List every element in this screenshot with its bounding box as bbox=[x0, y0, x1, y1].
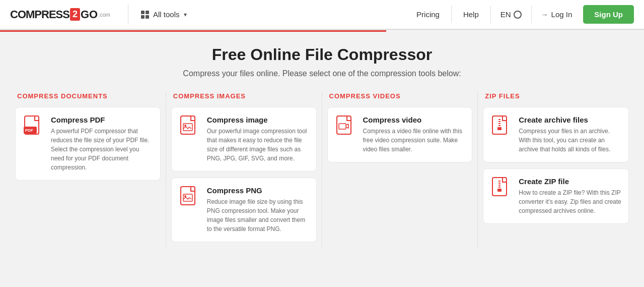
png-icon bbox=[179, 186, 201, 208]
column-zip: ZIP FILES Create archive files Co bbox=[478, 92, 634, 248]
help-link[interactable]: Help bbox=[454, 7, 488, 22]
archive-icon bbox=[490, 116, 513, 138]
lang-label: EN bbox=[500, 10, 511, 19]
header: COMPRESS 2 GO .com All tools ▾ Pricing H… bbox=[0, 0, 644, 30]
svg-rect-16 bbox=[497, 127, 502, 130]
signup-button[interactable]: Sign Up bbox=[583, 5, 634, 24]
video-icon bbox=[335, 116, 357, 138]
card-compress-pdf[interactable]: PDF Compress PDF A powerful PDF compress… bbox=[15, 107, 161, 181]
card-compress-png[interactable]: Compress PNG Reduce image file size by u… bbox=[171, 178, 317, 242]
logo[interactable]: COMPRESS 2 GO .com bbox=[10, 8, 110, 21]
main-content: Free Online File Compressor Compress you… bbox=[0, 30, 644, 258]
column-documents: COMPRESS DOCUMENTS PDF Compress PDF A po… bbox=[10, 92, 166, 248]
grid-icon bbox=[141, 11, 149, 19]
card-title-compress-image: Compress image bbox=[207, 116, 309, 124]
logo-com: .com bbox=[98, 12, 110, 18]
pdf-icon: PDF bbox=[23, 116, 45, 138]
header-divider bbox=[128, 5, 128, 25]
column-videos: COMPRESS VIDEOS Compress video Compress … bbox=[322, 92, 478, 248]
nav-divider-3 bbox=[531, 6, 532, 23]
card-title-compress-video: Compress video bbox=[363, 116, 465, 124]
language-selector[interactable]: EN bbox=[493, 7, 529, 22]
logo-box: 2 bbox=[70, 8, 80, 21]
card-compress-video[interactable]: Compress video Compress a video file onl… bbox=[327, 107, 473, 162]
column-title-zip: ZIP FILES bbox=[483, 92, 629, 100]
card-title-compress-png: Compress PNG bbox=[207, 186, 309, 195]
zip-icon bbox=[490, 177, 513, 199]
tool-columns: COMPRESS DOCUMENTS PDF Compress PDF A po… bbox=[10, 92, 634, 248]
svg-rect-6 bbox=[181, 187, 195, 205]
pricing-link[interactable]: Pricing bbox=[407, 7, 449, 22]
card-desc-compress-pdf: A powerful PDF compressor that reduces t… bbox=[51, 127, 153, 172]
card-desc-create-zip: How to create a ZIP file? With this ZIP … bbox=[519, 188, 621, 215]
all-tools-button[interactable]: All tools ▾ bbox=[136, 7, 192, 22]
page-subtitle: Compress your files online. Please selec… bbox=[10, 69, 634, 78]
logo-text1: COMPRESS bbox=[10, 8, 69, 21]
image-icon bbox=[179, 116, 201, 138]
nav-divider-1 bbox=[451, 6, 452, 23]
card-title-create-archive: Create archive files bbox=[519, 116, 621, 124]
globe-icon bbox=[514, 11, 522, 19]
chevron-down-icon: ▾ bbox=[184, 11, 187, 18]
card-desc-compress-png: Reduce image file size by using this PNG… bbox=[207, 197, 309, 234]
card-create-archive[interactable]: Create archive files Compress your files… bbox=[483, 107, 629, 162]
column-title-documents: COMPRESS DOCUMENTS bbox=[15, 92, 161, 100]
card-body-create-archive: Create archive files Compress your files… bbox=[519, 116, 621, 154]
login-button[interactable]: → Log In bbox=[534, 7, 580, 22]
nav-divider-2 bbox=[490, 6, 491, 23]
card-body-compress-pdf: Compress PDF A powerful PDF compressor t… bbox=[51, 116, 153, 172]
header-right: Pricing Help EN → Log In Sign Up bbox=[407, 5, 634, 24]
card-title-create-zip: Create ZIP file bbox=[519, 177, 621, 186]
page-title: Free Online File Compressor bbox=[10, 45, 634, 64]
card-body-create-zip: Create ZIP file How to create a ZIP file… bbox=[519, 177, 621, 215]
card-desc-compress-video: Compress a video file online with this f… bbox=[363, 127, 465, 154]
column-title-videos: COMPRESS VIDEOS bbox=[327, 92, 473, 100]
all-tools-label: All tools bbox=[153, 10, 180, 19]
svg-rect-22 bbox=[497, 189, 502, 192]
card-compress-image[interactable]: Compress image Our powerful image compre… bbox=[171, 107, 317, 171]
card-create-zip[interactable]: Create ZIP file How to create a ZIP file… bbox=[483, 168, 629, 224]
card-body-compress-video: Compress video Compress a video file onl… bbox=[363, 116, 465, 154]
card-desc-create-archive: Compress your files in an archive. With … bbox=[519, 127, 621, 154]
card-title-compress-pdf: Compress PDF bbox=[51, 116, 153, 124]
login-label: Log In bbox=[551, 10, 573, 19]
card-desc-compress-image: Our powerful image compression tool that… bbox=[207, 127, 309, 163]
logo-text2: GO bbox=[81, 8, 98, 21]
login-arrow-icon: → bbox=[541, 11, 548, 19]
card-body-compress-png: Compress PNG Reduce image file size by u… bbox=[207, 186, 309, 234]
column-images: COMPRESS IMAGES Compress image Our power… bbox=[166, 92, 322, 248]
svg-text:PDF: PDF bbox=[25, 128, 33, 133]
card-body-compress-image: Compress image Our powerful image compre… bbox=[207, 116, 309, 163]
column-title-images: COMPRESS IMAGES bbox=[171, 92, 317, 100]
svg-rect-3 bbox=[181, 116, 195, 134]
